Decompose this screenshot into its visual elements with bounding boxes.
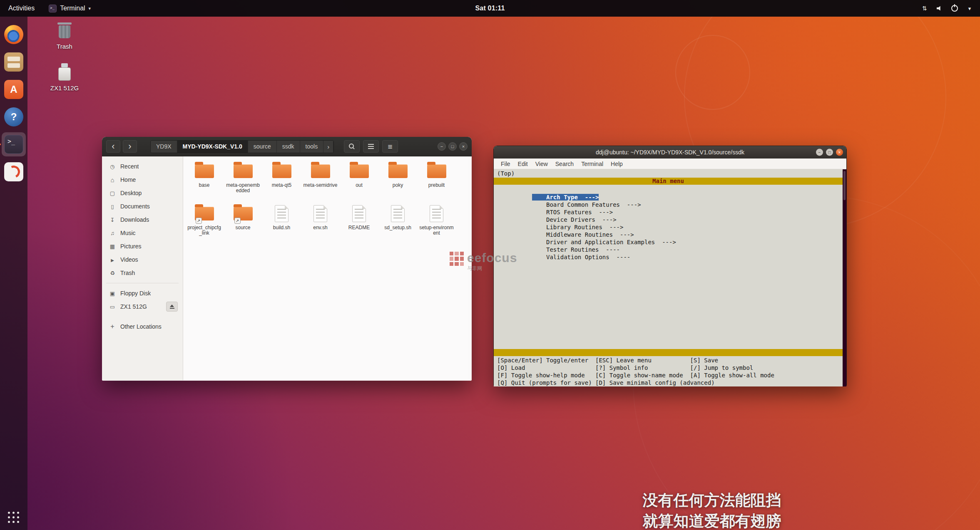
tray-icon[interactable]	[935, 4, 944, 13]
sidebar-item[interactable]: Documents	[102, 200, 183, 213]
desktop-icon[interactable]: ZX1 512G	[42, 62, 87, 92]
terminal-menu-item[interactable]: View	[532, 161, 552, 167]
dock-app-icon	[4, 162, 23, 181]
dock-item[interactable]	[2, 50, 26, 74]
sidebar-item-other-locations[interactable]: Other Locations	[102, 320, 183, 333]
wallpaper-ring	[675, 35, 750, 110]
dock-item[interactable]	[2, 160, 26, 184]
sidebar-item-icon	[109, 304, 116, 310]
file-item[interactable]: ↗ build.sh	[262, 201, 301, 244]
breadcrumb-segment[interactable]: YD9X	[151, 141, 177, 153]
terminal-menu-item[interactable]: Edit	[514, 161, 532, 167]
sidebar-item[interactable]: Music	[102, 226, 183, 240]
sidebar-item[interactable]: Downloads	[102, 213, 183, 226]
sidebar-device-item[interactable]: ZX1 512G	[102, 300, 183, 313]
sidebar-item[interactable]: Videos	[102, 253, 183, 266]
app-menu[interactable]: >_ Terminal ▾	[43, 0, 97, 17]
terminal-title: ddj@ubuntu: ~/YD9X/MYD-YD9X-SDK_V1.0/sou…	[596, 149, 744, 156]
file-manager-body: Recent Home Desktop Documents	[102, 156, 472, 380]
desktop-icon[interactable]: Trash	[42, 20, 87, 50]
search-button[interactable]	[344, 140, 360, 153]
sidebar-item[interactable]: Pictures	[102, 240, 183, 253]
file-item[interactable]: ↗ meta-qt5	[262, 159, 301, 201]
tray-icon[interactable]	[950, 4, 959, 13]
breadcrumb-segment[interactable]: ›	[323, 141, 333, 153]
window-control-button[interactable]: −	[438, 142, 446, 151]
file-item[interactable]: ↗ meta-semidrive	[301, 159, 340, 201]
dock-app-icon	[4, 25, 23, 44]
sidebar-item[interactable]: Desktop	[102, 186, 183, 200]
terminal-titlebar[interactable]: ddj@ubuntu: ~/YD9X/MYD-YD9X-SDK_V1.0/sou…	[494, 146, 846, 159]
terminal-menu-item[interactable]: Help	[607, 161, 627, 167]
menu-button[interactable]: ≡	[382, 140, 398, 153]
desktop-icon-label: Trash	[57, 43, 72, 50]
back-button[interactable]: ‹	[106, 140, 120, 153]
sidebar-item[interactable]: Recent	[102, 160, 183, 173]
terminal-menu-item[interactable]: Search	[552, 161, 577, 167]
dock-item[interactable]: ?	[2, 105, 26, 129]
terminal-menu-item[interactable]: Terminal	[577, 161, 607, 167]
file-item[interactable]: ↗ README	[340, 201, 378, 244]
sidebar-item[interactable]: Trash	[102, 266, 183, 280]
sidebar-item-label: Floppy Disk	[120, 290, 151, 297]
folder-icon	[388, 164, 408, 178]
file-item-icon: ↗	[430, 204, 443, 223]
sidebar-item-label: Music	[120, 230, 136, 236]
sidebar-item-label: Recent	[120, 163, 139, 170]
window-controls: −□×	[438, 142, 468, 151]
file-item[interactable]: ↗ out	[340, 159, 378, 201]
window-control-button[interactable]: ×	[459, 142, 468, 151]
view-toggle-button[interactable]	[363, 140, 379, 153]
desktop-icons: Trash ZX1 512G	[42, 20, 87, 103]
terminal-scrollbar[interactable]	[843, 169, 846, 386]
sidebar-item-icon	[109, 230, 116, 236]
file-item[interactable]: ↗ poky	[378, 159, 417, 201]
terminal-window: ddj@ubuntu: ~/YD9X/MYD-YD9X-SDK_V1.0/sou…	[493, 146, 847, 386]
terminal-app-icon: >_	[49, 5, 57, 12]
file-item[interactable]: ↗ prebuilt	[417, 159, 456, 201]
minimize-button[interactable]: −	[816, 149, 823, 156]
window-control-button[interactable]: □	[448, 142, 457, 151]
breadcrumb-segment[interactable]: source	[248, 141, 277, 153]
terminal-content[interactable]: (Top) Main menu Arch Type ---> Board Com…	[494, 169, 846, 386]
terminal-menu-item[interactable]: File	[497, 161, 514, 167]
close-button[interactable]: ×	[836, 149, 843, 156]
sidebar-item-label: Videos	[120, 256, 138, 263]
maximize-button[interactable]: □	[826, 149, 833, 156]
file-item[interactable]: ↗ setup-environment	[417, 201, 456, 244]
file-item-icon: ↗	[391, 204, 405, 223]
file-item[interactable]: ↗ sd_setup.sh	[378, 201, 417, 244]
tray-icon[interactable]	[965, 4, 974, 13]
dock-app-icon	[4, 52, 23, 72]
breadcrumb-segment[interactable]: MYD-YD9X-SDK_V1.0	[177, 141, 248, 153]
file-manager-headerbar[interactable]: ‹ › YD9XMYD-YD9X-SDK_V1.0sourcessdktools…	[102, 137, 472, 156]
show-applications-button[interactable]	[6, 510, 21, 525]
tray-icon[interactable]	[920, 4, 929, 13]
dock: A ? >_	[0, 17, 27, 530]
file-item[interactable]: ↗ base	[185, 159, 224, 201]
file-item[interactable]: ↗ meta-openembedded	[224, 159, 262, 201]
dock-items: A ? >_	[2, 22, 26, 187]
document-icon	[430, 205, 443, 222]
clock[interactable]: Sat 01:11	[475, 5, 505, 12]
file-item[interactable]: ↗ env.sh	[301, 201, 340, 244]
desktop-icon-label: ZX1 512G	[50, 84, 79, 92]
activities-button[interactable]: Activities	[0, 0, 43, 17]
eject-button[interactable]	[166, 302, 178, 312]
sidebar-item-icon	[109, 217, 116, 223]
file-item-icon: ↗	[275, 204, 289, 223]
sidebar-device-item[interactable]: Floppy Disk	[102, 287, 183, 300]
breadcrumb-segment[interactable]: ssdk	[277, 141, 300, 153]
file-grid: ↗ base ↗ meta-openembedded ↗	[183, 156, 472, 380]
breadcrumb-segment[interactable]: tools	[300, 141, 324, 153]
forward-button[interactable]: ›	[123, 140, 137, 153]
dock-item[interactable]: >_	[2, 132, 26, 156]
file-item[interactable]: ↗ project_chipcfg_link	[185, 201, 224, 244]
sidebar-item[interactable]: Home	[102, 173, 183, 186]
sidebar-separator	[106, 283, 179, 283]
dock-item[interactable]	[2, 22, 26, 47]
system-tray[interactable]	[920, 0, 980, 17]
file-item[interactable]: ↗ source	[224, 201, 262, 244]
sidebar-item-icon	[109, 290, 116, 297]
dock-item[interactable]: A	[2, 77, 26, 102]
